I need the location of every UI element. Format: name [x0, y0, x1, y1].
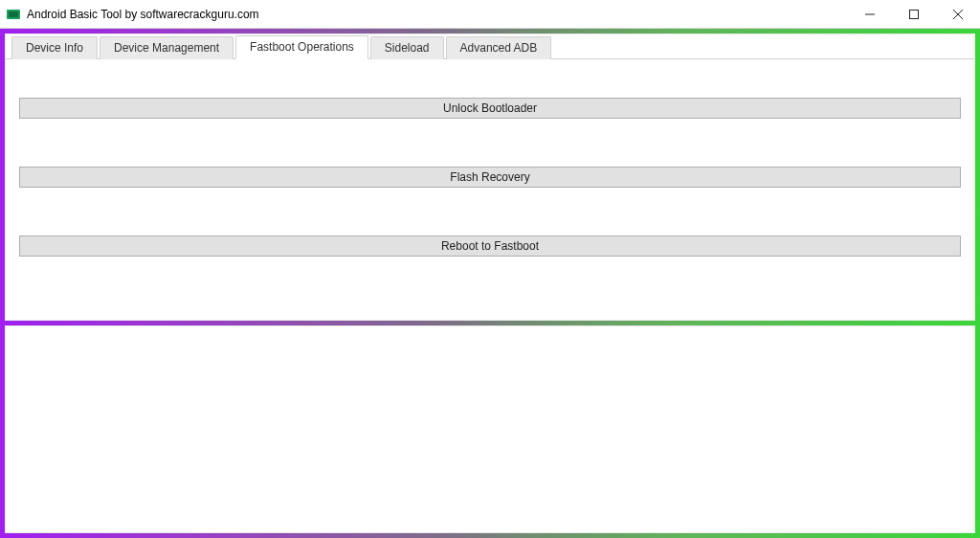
- tab-strip: Device Info Device Management Fastboot O…: [6, 34, 974, 59]
- tab-device-info[interactable]: Device Info: [11, 36, 98, 59]
- window-titlebar: Android Basic Tool by softwarecrackguru.…: [0, 0, 980, 29]
- tab-sideload[interactable]: Sideload: [370, 36, 444, 59]
- svg-rect-3: [910, 10, 919, 18]
- tab-device-management[interactable]: Device Management: [100, 36, 234, 59]
- client-area: Device Info Device Management Fastboot O…: [0, 29, 980, 538]
- tab-label: Fastboot Operations: [250, 40, 354, 54]
- tab-label: Sideload: [385, 41, 430, 55]
- output-panel: [5, 325, 975, 533]
- tab-label: Device Info: [26, 41, 83, 55]
- tab-label: Device Management: [114, 41, 219, 55]
- tab-advanced-adb[interactable]: Advanced ADB: [446, 36, 552, 59]
- button-label: Flash Recovery: [450, 170, 529, 184]
- minimize-button[interactable]: [848, 0, 892, 28]
- reboot-fastboot-button[interactable]: Reboot to Fastboot: [19, 235, 961, 257]
- window-controls: [848, 0, 980, 28]
- fastboot-tab-content: Unlock Bootloader Flash Recovery Reboot …: [6, 59, 974, 270]
- close-button[interactable]: [936, 0, 980, 28]
- flash-recovery-button[interactable]: Flash Recovery: [19, 167, 961, 188]
- titlebar-left: Android Basic Tool by softwarecrackguru.…: [6, 7, 259, 22]
- tab-label: Advanced ADB: [460, 41, 538, 55]
- svg-rect-1: [9, 11, 18, 17]
- tab-panel: Device Info Device Management Fastboot O…: [5, 34, 975, 321]
- unlock-bootloader-button[interactable]: Unlock Bootloader: [19, 98, 961, 119]
- app-icon: [6, 7, 21, 22]
- window-title: Android Basic Tool by softwarecrackguru.…: [27, 8, 259, 21]
- button-label: Unlock Bootloader: [443, 101, 537, 115]
- tab-fastboot-operations[interactable]: Fastboot Operations: [235, 35, 368, 59]
- maximize-button[interactable]: [892, 0, 936, 28]
- button-label: Reboot to Fastboot: [441, 239, 539, 253]
